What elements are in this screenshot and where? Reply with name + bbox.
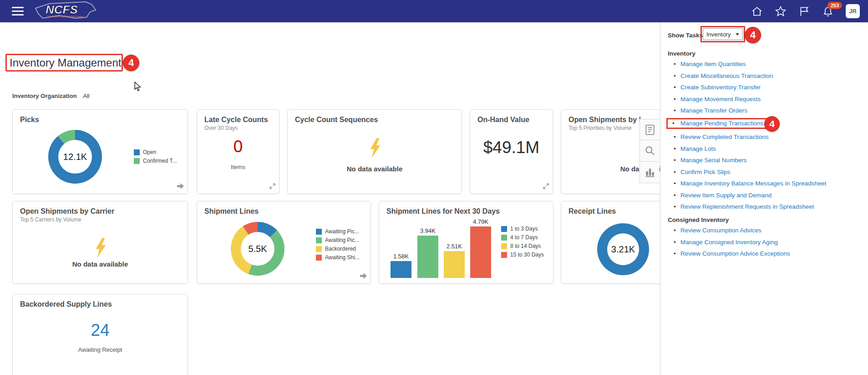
task-item: Manage Transfer Orders — [668, 108, 863, 114]
bar-8-to-14-days[interactable] — [444, 251, 465, 278]
announcements-flag-icon[interactable] — [798, 5, 810, 17]
logo-subtext: North Carolina Financial System — [47, 15, 83, 18]
card-shipment-lines[interactable]: Shipment Lines 5.5K Awaiting Pic... Awai… — [197, 201, 371, 284]
task-link[interactable]: Manage Consigned Inventory Aging — [680, 239, 778, 246]
top-navigation-bar: NCFS North Carolina Financial System — [0, 0, 868, 22]
legend-chip — [316, 229, 322, 235]
picks-legend: Open Confirmed T... — [134, 149, 177, 166]
expand-icon[interactable] — [269, 183, 275, 191]
page-title: Inventory Management — [10, 57, 121, 69]
legend-label: Awaiting Pic... — [325, 228, 359, 235]
legend-label: Awaiting Pic... — [325, 237, 359, 243]
task-item: Manage Item Quantities — [668, 61, 863, 67]
show-tasks-dropdown[interactable]: Inventory — [703, 28, 743, 40]
task-link[interactable]: Review Consumption Advice Exceptions — [680, 250, 790, 257]
backordered-supply-lines-value: 24 — [13, 321, 188, 340]
expand-icon[interactable] — [543, 183, 549, 191]
card-title: Backordered Supply Lines — [20, 300, 188, 308]
task-item: Review Item Supply and Demand — [668, 192, 863, 199]
task-item: Manage Lots — [668, 146, 863, 152]
card-open-shipments-by-carrier[interactable]: Open Shipments by Carrier Top 5 Carriers… — [12, 201, 188, 284]
bar-chart-icon[interactable] — [640, 162, 660, 183]
card-title: Receipt Lines — [569, 207, 660, 216]
card-title: Shipment Lines — [204, 207, 371, 216]
task-item: Confirm Pick Slips — [668, 169, 863, 175]
legend-chip — [316, 237, 322, 243]
shipment-lines-donut-center-value: 5.5K — [231, 222, 284, 276]
inventory-organization-filter: Inventory Organization All — [12, 92, 90, 99]
card-title: Open Shipments by Priority — [569, 116, 640, 124]
user-avatar[interactable]: JR — [846, 4, 860, 18]
tasks-panel: Show Tasks Inventory 4 Inventory Manage … — [660, 22, 868, 375]
task-link[interactable]: Review Item Supply and Demand — [680, 192, 772, 199]
shipment-lines-donut-chart[interactable]: 5.5K — [231, 222, 284, 276]
task-link[interactable]: Manage Serial Numbers — [680, 157, 747, 164]
inventory-task-links: Manage Item Quantities Create Miscellane… — [668, 61, 863, 210]
ncfs-logo[interactable]: NCFS North Carolina Financial System — [32, 0, 100, 22]
picks-donut-center-value: 12.1K — [48, 130, 102, 184]
show-tasks-annotation-box: Inventory — [700, 26, 745, 42]
dropdown-selected-value: Inventory — [706, 31, 731, 38]
shipment-lines-legend: Awaiting Pic... Awaiting Pic... Backorde… — [316, 228, 360, 263]
late-cycle-counts-value: 0 — [197, 137, 279, 156]
legend-label: 4 to 7 Days — [510, 234, 538, 241]
org-filter-value[interactable]: All — [83, 92, 89, 99]
side-drawer-tabs — [640, 119, 660, 183]
on-hand-value: $49.1M — [470, 138, 553, 157]
task-link[interactable]: Manage Pending Transactions — [680, 120, 763, 127]
task-link[interactable]: Review Completed Transactions — [680, 134, 769, 140]
annotation-step-badge: 4 — [764, 116, 780, 132]
tasks-list: Inventory Manage Item Quantities Create … — [668, 46, 863, 262]
chevron-down-icon — [736, 33, 739, 36]
card-receipt-lines[interactable]: Receipt Lines 3.21K — [561, 201, 660, 284]
card-picks[interactable]: Picks 12.1K Open Confirmed T... — [12, 109, 188, 194]
task-link[interactable]: Manage Lots — [680, 145, 716, 152]
task-link[interactable]: Review Replenishment Requests in Spreads… — [680, 203, 814, 210]
legend-label: Open — [143, 149, 156, 155]
legend-chip — [134, 158, 140, 164]
task-item: Manage Movement Requests — [668, 96, 863, 103]
task-link[interactable]: Create Miscellaneous Transaction — [680, 72, 773, 79]
org-filter-label: Inventory Organization — [12, 92, 77, 99]
task-link[interactable]: Manage Movement Requests — [680, 96, 761, 103]
task-link[interactable]: Manage Transfer Orders — [680, 107, 747, 114]
receipt-lines-donut-center-value: 3.21K — [597, 223, 649, 275]
card-subtitle: Top 5 Carriers by Volume — [20, 216, 188, 223]
task-link[interactable]: Review Consumption Advices — [680, 227, 761, 234]
no-data-text: No data available — [13, 260, 188, 268]
search-icon[interactable] — [640, 140, 660, 162]
card-title: Cycle Count Sequences — [295, 116, 462, 124]
task-link[interactable]: Manage Item Quantities — [680, 61, 746, 67]
picks-donut-chart[interactable]: 12.1K — [48, 130, 102, 184]
bar-15-to-30-days[interactable] — [470, 226, 491, 278]
show-tasks-label: Show Tasks — [668, 32, 703, 39]
drill-arrow-icon[interactable] — [177, 183, 184, 191]
legend-label: 8 to 14 Days — [510, 243, 541, 249]
reports-document-icon[interactable] — [640, 119, 660, 140]
card-cycle-count-sequences[interactable]: Cycle Count Sequences No data available — [287, 109, 462, 194]
receipt-lines-donut-chart[interactable]: 3.21K — [597, 223, 649, 275]
card-late-cycle-counts[interactable]: Late Cycle Counts Over 30 Days 0 Items — [197, 109, 279, 194]
card-backordered-supply-lines[interactable]: Backordered Supply Lines 24 Awaiting Rec… — [12, 294, 188, 375]
legend-label: 1 to 3 Days — [510, 226, 538, 232]
task-link[interactable]: Manage Inventory Balance Messages in Spr… — [680, 180, 826, 187]
card-shipment-lines-next-30-days[interactable]: Shipment Lines for Next 30 Days 1.58K 3.… — [379, 201, 553, 284]
notifications-bell-icon[interactable]: 253 — [822, 5, 834, 17]
no-data-text: No data available — [288, 165, 462, 173]
annotation-step-badge: 4 — [123, 55, 139, 71]
task-item-manage-pending-transactions-annotated: Manage Pending Transactions 4 — [666, 118, 771, 129]
home-icon[interactable] — [751, 5, 763, 17]
drill-arrow-icon[interactable] — [360, 272, 367, 281]
hamburger-menu-icon[interactable] — [12, 7, 24, 15]
legend-label: Awaiting Shi... — [325, 254, 360, 261]
lightning-bolt-icon — [94, 238, 107, 260]
card-title: Late Cycle Counts — [204, 116, 279, 124]
legend-chip — [501, 243, 507, 249]
bar-1-to-3-days[interactable] — [391, 261, 411, 278]
card-on-hand-value[interactable]: On-Hand Value $49.1M — [470, 109, 553, 194]
task-link[interactable]: Confirm Pick Slips — [680, 169, 731, 175]
task-item: Create Subinventory Transfer — [668, 84, 863, 91]
task-link[interactable]: Create Subinventory Transfer — [680, 84, 761, 91]
favorites-star-icon[interactable] — [775, 5, 787, 17]
bar-4-to-7-days[interactable] — [417, 236, 438, 278]
